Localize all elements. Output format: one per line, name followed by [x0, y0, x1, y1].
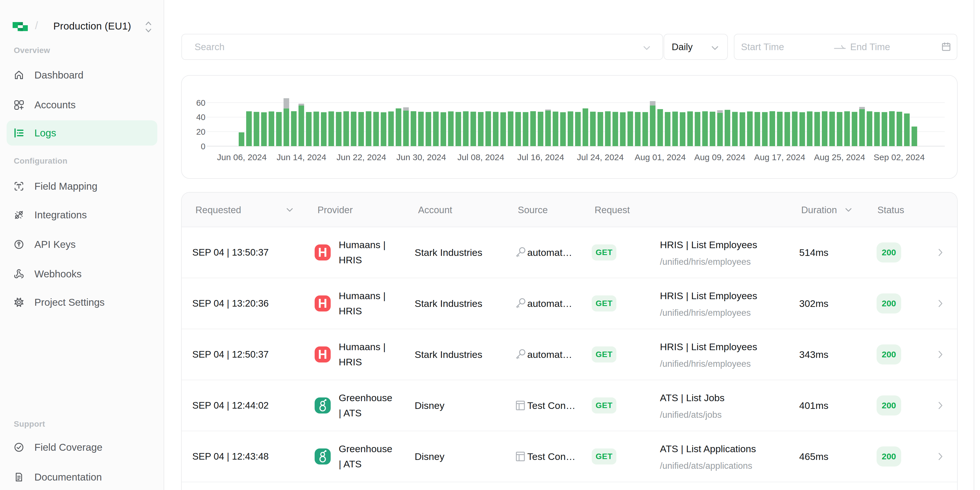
svg-text:Jun 14, 2024: Jun 14, 2024 [277, 153, 326, 162]
svg-text:Jul 24, 2024: Jul 24, 2024 [577, 153, 624, 162]
svg-text:40: 40 [196, 113, 205, 122]
svg-text:Jul 16, 2024: Jul 16, 2024 [517, 153, 564, 162]
svg-text:Sep 02, 2024: Sep 02, 2024 [874, 153, 925, 162]
svg-text:20: 20 [196, 127, 205, 137]
svg-text:Aug 17, 2024: Aug 17, 2024 [754, 153, 805, 162]
svg-text:Aug 01, 2024: Aug 01, 2024 [635, 153, 686, 162]
svg-text:Jun 30, 2024: Jun 30, 2024 [396, 153, 446, 162]
svg-text:60: 60 [196, 98, 205, 107]
svg-text:Jun 22, 2024: Jun 22, 2024 [336, 153, 386, 162]
svg-text:Jun 06, 2024: Jun 06, 2024 [217, 153, 266, 162]
svg-text:0: 0 [201, 142, 205, 151]
svg-text:Aug 25, 2024: Aug 25, 2024 [814, 153, 865, 162]
svg-text:Jul 08, 2024: Jul 08, 2024 [457, 153, 504, 162]
svg-text:Aug 09, 2024: Aug 09, 2024 [694, 153, 746, 162]
